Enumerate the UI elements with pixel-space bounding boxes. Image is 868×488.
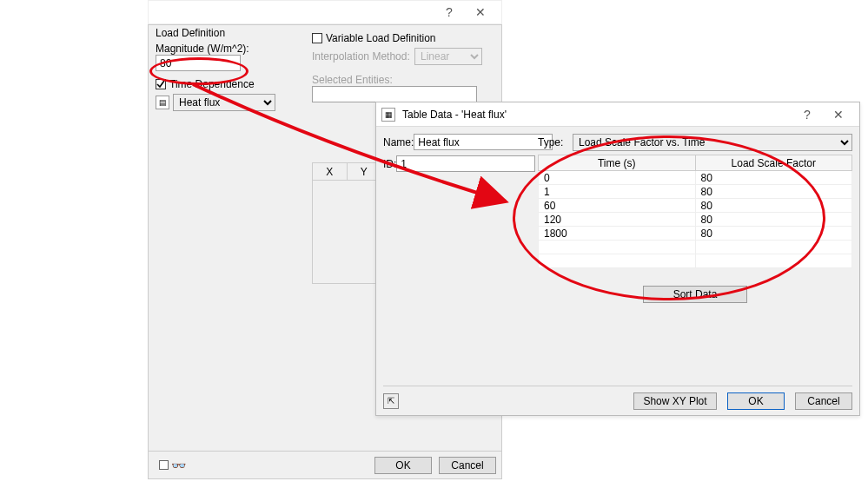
interpolation-method-label: Interpolation Method: — [312, 50, 414, 63]
col-time-header: Time (s) — [539, 155, 696, 171]
xy-col-x: X — [313, 163, 348, 181]
factor-cell[interactable]: 80 — [695, 213, 852, 227]
time-dependence-label: Time Dependence — [169, 78, 255, 90]
preview-checkbox[interactable] — [159, 460, 169, 470]
type-select[interactable]: Load Scale Factor vs. Time — [573, 134, 852, 151]
variable-load-checkbox[interactable] — [312, 33, 322, 43]
factor-cell[interactable] — [695, 254, 852, 268]
time-factor-table[interactable]: Time (s) Load Scale Factor 0801806080120… — [538, 155, 852, 268]
selected-entities-label: Selected Entities: — [312, 74, 494, 86]
table-row[interactable]: 12080 — [539, 213, 852, 227]
table-data-titlebar: ▦ Table Data - 'Heat flux' ? ✕ — [376, 102, 859, 127]
table-row[interactable] — [539, 241, 852, 254]
time-cell[interactable] — [539, 241, 696, 254]
preview-glasses-icon[interactable]: 👓 — [159, 458, 184, 472]
ok-button[interactable]: OK — [727, 392, 785, 410]
table-row[interactable]: 6080 — [539, 199, 852, 213]
magnitude-input[interactable] — [156, 55, 241, 71]
show-xy-plot-button[interactable]: Show XY Plot — [633, 392, 717, 410]
table-edit-icon[interactable]: ▤ — [156, 96, 169, 109]
name-input[interactable] — [414, 134, 553, 150]
load-def-bottom-bar: 👓 OK Cancel — [149, 451, 501, 478]
table-row[interactable] — [539, 254, 852, 268]
table-icon: ▦ — [381, 108, 395, 122]
time-curve-select[interactable]: Heat flux — [173, 94, 275, 111]
table-data-dialog: ▦ Table Data - 'Heat flux' ? ✕ Name: ID:… — [375, 102, 860, 416]
factor-cell[interactable] — [695, 241, 852, 254]
id-input[interactable] — [396, 155, 535, 172]
table-row[interactable]: 080 — [539, 171, 852, 185]
expand-icon[interactable]: ⇱ — [383, 393, 399, 409]
name-label: Name: — [383, 136, 414, 148]
help-icon[interactable]: ? — [792, 108, 823, 122]
factor-cell[interactable]: 80 — [695, 227, 852, 241]
factor-cell[interactable]: 80 — [695, 171, 852, 185]
variable-load-label: Variable Load Definition — [326, 32, 436, 44]
load-definition-section-label: Load Definition — [156, 27, 305, 39]
xy-data-panel: X Y — [312, 162, 381, 284]
load-def-dialog-titlebar: ? ✕ — [148, 0, 502, 24]
selected-entities-input[interactable] — [312, 86, 477, 102]
factor-cell[interactable]: 80 — [695, 199, 852, 213]
time-dependence-checkbox[interactable] — [156, 79, 166, 89]
ok-button[interactable]: OK — [374, 457, 432, 474]
table-data-title: Table Data - 'Heat flux' — [402, 109, 792, 121]
time-cell[interactable]: 60 — [539, 199, 696, 213]
cancel-button[interactable]: Cancel — [795, 392, 852, 410]
table-row[interactable]: 180 — [539, 185, 852, 199]
time-cell[interactable] — [539, 254, 696, 268]
type-label: Type: — [538, 136, 573, 148]
id-label: ID: — [383, 158, 396, 170]
time-cell[interactable]: 1800 — [539, 227, 696, 241]
magnitude-label: Magnitude (W/m^2): — [156, 43, 305, 55]
time-cell[interactable]: 1 — [539, 185, 696, 199]
close-icon[interactable]: ✕ — [465, 5, 496, 19]
interpolation-method-select: Linear — [414, 48, 482, 65]
table-row[interactable]: 180080 — [539, 227, 852, 241]
time-cell[interactable]: 0 — [539, 171, 696, 185]
col-factor-header: Load Scale Factor — [695, 155, 852, 171]
cancel-button[interactable]: Cancel — [439, 457, 496, 474]
time-cell[interactable]: 120 — [539, 213, 696, 227]
factor-cell[interactable]: 80 — [695, 185, 852, 199]
table-data-bottom-bar: ⇱ Show XY Plot OK Cancel — [383, 386, 852, 410]
close-icon[interactable]: ✕ — [823, 108, 854, 122]
sort-data-button[interactable]: Sort Data — [643, 286, 747, 303]
help-icon[interactable]: ? — [434, 5, 465, 19]
